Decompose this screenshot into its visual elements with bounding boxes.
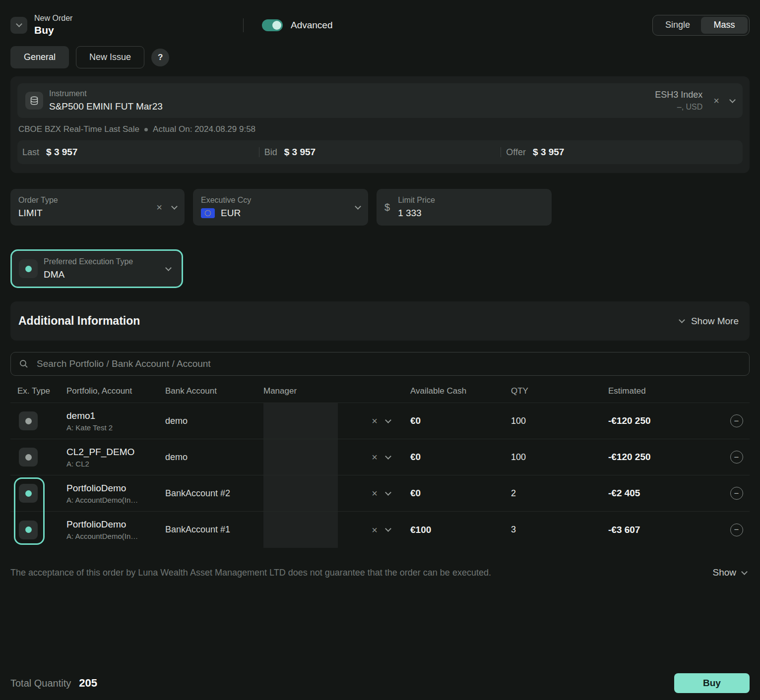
table-body: demo1 A: Kate Test 2 demo × €0 100 -€120… (10, 403, 750, 548)
bid-price-label: Bid (264, 147, 277, 158)
show-more-button[interactable]: Show More (677, 315, 742, 327)
quantity-value[interactable]: 3 (511, 525, 608, 535)
mode-mass-button[interactable]: Mass (701, 17, 748, 34)
limit-price-value: 1 333 (398, 208, 435, 219)
available-cash: €100 (410, 525, 511, 535)
instrument-name: S&P500 EMINI FUT Mar23 (49, 101, 163, 112)
manager-field[interactable] (263, 475, 338, 511)
dollar-icon: $ (384, 202, 390, 213)
col-header-portfolio: Portfolio, Account (66, 386, 165, 396)
quantity-value[interactable]: 100 (511, 452, 608, 463)
col-header-manager: Manager (263, 386, 410, 396)
search-bar[interactable] (10, 352, 750, 376)
total-quantity-label: Total Quantity (10, 678, 71, 689)
market-feed-row: CBOE BZX Real-Time Last Sale Actual On: … (18, 124, 743, 134)
ex-type-icon[interactable] (19, 521, 38, 539)
available-cash: €0 (410, 452, 511, 463)
remove-row-button[interactable]: − (730, 487, 743, 500)
bank-account: demo (165, 452, 263, 463)
order-type-field[interactable]: Order Type LIMIT × (10, 189, 185, 226)
advanced-toggle[interactable] (262, 19, 283, 31)
last-price-label: Last (22, 147, 39, 158)
toggle-knob-icon (272, 21, 281, 30)
table-row[interactable]: CL2_PF_DEMO A: CL2 demo × €0 100 -€120 2… (10, 439, 750, 475)
mode-single-button[interactable]: Single (654, 17, 701, 34)
additional-information-title: Additional Information (18, 314, 140, 328)
estimated-value: -€2 405 (608, 488, 723, 499)
dot-separator-icon (144, 128, 148, 131)
manager-clear-icon[interactable]: × (372, 525, 378, 535)
chevron-down-icon (741, 569, 748, 575)
tab-general[interactable]: General (10, 46, 69, 68)
preferred-execution-chevron-icon[interactable] (165, 265, 172, 271)
manager-chevron-icon[interactable] (385, 525, 391, 532)
advanced-label: Advanced (291, 20, 333, 31)
new-order-page: New Order Buy Advanced Single Mass Gener… (0, 0, 760, 579)
feed-source: CBOE BZX Real-Time Last Sale (18, 124, 139, 134)
manager-clear-icon[interactable]: × (372, 416, 378, 426)
accounts-table: Ex. Type Portfolio, Account Bank Account… (10, 380, 750, 548)
portfolio-name: demo1 (66, 410, 165, 421)
instrument-clear-icon[interactable]: × (713, 96, 719, 106)
executive-ccy-chevron-icon[interactable] (355, 203, 361, 210)
table-row[interactable]: demo1 A: Kate Test 2 demo × €0 100 -€120… (10, 403, 750, 439)
search-input[interactable] (36, 358, 741, 370)
table-row[interactable]: PortfolioDemo A: AccountDemo(In… BankAcc… (10, 475, 750, 512)
help-icon[interactable]: ? (151, 49, 169, 66)
instrument-panel: Instrument S&P500 EMINI FUT Mar23 ESH3 I… (10, 76, 750, 173)
limit-price-field[interactable]: $ Limit Price 1 333 (377, 189, 552, 226)
ex-type-icon[interactable] (19, 411, 38, 430)
feed-timestamp: Actual On: 2024.08.29 9:58 (153, 124, 255, 134)
ex-type-icon[interactable] (19, 448, 38, 467)
manager-field[interactable] (263, 403, 338, 439)
tab-bar: General New Issue ? (10, 46, 750, 68)
offer-price-cell: Offer $ 3 957 (501, 147, 743, 158)
show-disclaimer-button[interactable]: Show (709, 567, 750, 579)
table-row[interactable]: PortfolioDemo A: AccountDemo(In… BankAcc… (10, 512, 750, 548)
manager-clear-icon[interactable]: × (372, 488, 378, 498)
manager-chevron-icon[interactable] (385, 489, 391, 496)
preferred-execution-label: Preferred Execution Type (44, 257, 133, 266)
chevron-down-icon (679, 317, 685, 323)
total-quantity-value: 205 (79, 677, 97, 690)
remove-row-button[interactable]: − (730, 451, 743, 464)
preferred-execution-field[interactable]: Preferred Execution Type DMA (10, 249, 183, 288)
quantity-value[interactable]: 100 (511, 416, 608, 426)
disclaimer-row: The acceptance of this order by Luna Wea… (10, 567, 750, 579)
show-label: Show (712, 567, 736, 578)
remove-row-button[interactable]: − (730, 524, 743, 536)
account-name: A: AccountDemo(In… (66, 496, 165, 504)
estimated-value: -€120 250 (608, 452, 723, 463)
manager-field[interactable] (263, 512, 338, 548)
order-type-clear-icon[interactable]: × (156, 202, 162, 212)
portfolio-name: CL2_PF_DEMO (66, 447, 165, 458)
minus-circle-icon: − (734, 489, 739, 498)
account-name: A: AccountDemo(In… (66, 532, 165, 540)
quantity-value[interactable]: 2 (511, 488, 608, 499)
account-name: A: CL2 (66, 460, 165, 468)
estimated-value: -€3 607 (608, 525, 723, 535)
available-cash: €0 (410, 488, 511, 499)
executive-ccy-field[interactable]: Executive Ccy (193, 189, 368, 226)
buy-button[interactable]: Buy (674, 673, 750, 693)
offer-price-value: $ 3 957 (533, 147, 564, 158)
bank-account: demo (165, 416, 263, 426)
manager-clear-icon[interactable]: × (372, 452, 378, 462)
price-row: Last $ 3 957 Bid $ 3 957 Offer $ 3 957 (17, 140, 743, 164)
minus-circle-icon: − (734, 417, 739, 425)
manager-chevron-icon[interactable] (385, 417, 391, 423)
grey-dot-icon (25, 418, 32, 424)
ex-type-icon[interactable] (19, 484, 38, 503)
manager-chevron-icon[interactable] (385, 453, 391, 460)
last-price-cell: Last $ 3 957 (17, 147, 259, 158)
order-type-chevron-icon[interactable] (171, 203, 178, 210)
col-header-qty: QTY (511, 386, 608, 396)
last-price-value: $ 3 957 (46, 147, 77, 158)
tab-new-issue[interactable]: New Issue (76, 46, 144, 68)
instrument-field[interactable]: Instrument S&P500 EMINI FUT Mar23 ESH3 I… (17, 83, 743, 118)
show-more-label: Show More (691, 316, 739, 327)
instrument-chevron-icon[interactable] (729, 97, 736, 103)
collapse-button[interactable] (10, 17, 27, 34)
remove-row-button[interactable]: − (730, 414, 743, 427)
manager-field[interactable] (263, 439, 338, 475)
